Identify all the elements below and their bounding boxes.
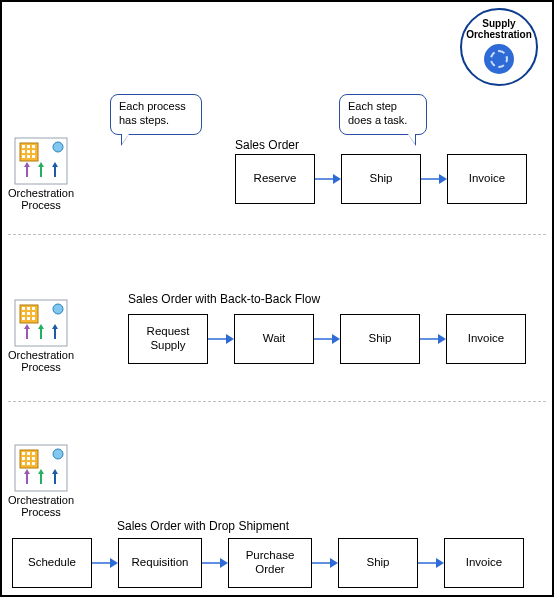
svg-rect-56 (32, 462, 35, 465)
svg-point-63 (53, 449, 63, 459)
svg-rect-50 (32, 452, 35, 455)
svg-marker-45 (438, 334, 446, 344)
step-request-supply: Request Supply (128, 314, 208, 364)
svg-rect-24 (22, 307, 25, 310)
orchestration-process-icon-2: OrchestrationProcess (8, 299, 74, 373)
arrow-icon (418, 557, 444, 569)
svg-rect-48 (22, 452, 25, 455)
step-invoice-1: Invoice (447, 154, 527, 204)
step-invoice-3: Invoice (444, 538, 524, 588)
svg-rect-25 (27, 307, 30, 310)
step-requisition: Requisition (118, 538, 202, 588)
flow-sales-order: Reserve Ship Invoice (235, 154, 527, 204)
supply-orchestration-label: Supply Orchestration (466, 18, 532, 40)
arrow-icon (202, 557, 228, 569)
supply-orchestration-badge: Supply Orchestration (460, 8, 538, 86)
orchestration-process-label-2: OrchestrationProcess (8, 349, 74, 373)
svg-marker-43 (332, 334, 340, 344)
svg-rect-10 (32, 155, 35, 158)
svg-point-17 (53, 142, 63, 152)
section-divider-1 (8, 234, 546, 235)
step-ship-1: Ship (341, 154, 421, 204)
svg-marker-21 (439, 174, 447, 184)
arrow-icon (420, 333, 446, 345)
svg-marker-71 (436, 558, 444, 568)
svg-marker-41 (226, 334, 234, 344)
diagram-canvas: Supply Orchestration Each process has st… (0, 0, 554, 597)
orchestration-process-icon-3: OrchestrationProcess (8, 444, 74, 518)
svg-rect-28 (27, 312, 30, 315)
svg-rect-6 (27, 150, 30, 153)
flow-b2b: Request Supply Wait Ship Invoice (128, 314, 526, 364)
svg-rect-5 (22, 150, 25, 153)
step-ship-3: Ship (338, 538, 418, 588)
arrow-icon (312, 557, 338, 569)
process-icon (14, 137, 68, 185)
orchestration-process-label-3: OrchestrationProcess (8, 494, 74, 518)
badge-line-1: Supply (466, 18, 532, 29)
supply-orchestration-ring-icon (490, 50, 508, 68)
b2b-title: Sales Order with Back-to-Back Flow (128, 292, 320, 306)
callout-process-has-steps: Each process has steps. (110, 94, 202, 135)
callout-step-does-task-text: Each step does a task. (348, 100, 407, 126)
section-divider-2 (8, 401, 546, 402)
step-invoice-2: Invoice (446, 314, 526, 364)
svg-rect-2 (22, 145, 25, 148)
op-label-text-2: OrchestrationProcess (8, 349, 74, 373)
svg-rect-49 (27, 452, 30, 455)
svg-marker-19 (333, 174, 341, 184)
arrow-icon (315, 173, 341, 185)
process-icon (14, 299, 68, 347)
svg-rect-54 (22, 462, 25, 465)
sales-order-title: Sales Order (235, 138, 299, 152)
step-reserve: Reserve (235, 154, 315, 204)
op-label-text-3: OrchestrationProcess (8, 494, 74, 518)
step-schedule: Schedule (12, 538, 92, 588)
svg-rect-52 (27, 457, 30, 460)
svg-rect-31 (27, 317, 30, 320)
svg-rect-8 (22, 155, 25, 158)
svg-marker-65 (110, 558, 118, 568)
step-ship-2: Ship (340, 314, 420, 364)
callout-step-does-task: Each step does a task. (339, 94, 427, 135)
svg-rect-30 (22, 317, 25, 320)
badge-line-2: Orchestration (466, 29, 532, 40)
svg-rect-27 (22, 312, 25, 315)
step-purchase-order: Purchase Order (228, 538, 312, 588)
svg-marker-67 (220, 558, 228, 568)
svg-marker-69 (330, 558, 338, 568)
svg-rect-3 (27, 145, 30, 148)
svg-point-39 (53, 304, 63, 314)
arrow-icon (92, 557, 118, 569)
callout-process-has-steps-text: Each process has steps. (119, 100, 186, 126)
arrow-icon (208, 333, 234, 345)
orchestration-process-icon-1: OrchestrationProcess (8, 137, 74, 211)
svg-rect-4 (32, 145, 35, 148)
step-wait: Wait (234, 314, 314, 364)
svg-rect-51 (22, 457, 25, 460)
svg-rect-55 (27, 462, 30, 465)
flow-drop: Schedule Requisition Purchase Order Ship… (12, 538, 524, 588)
svg-rect-9 (27, 155, 30, 158)
op-label-text-1: OrchestrationProcess (8, 187, 74, 211)
orchestration-process-label-1: OrchestrationProcess (8, 187, 74, 211)
supply-orchestration-icon (484, 44, 514, 74)
svg-rect-53 (32, 457, 35, 460)
svg-rect-29 (32, 312, 35, 315)
svg-rect-32 (32, 317, 35, 320)
arrow-icon (421, 173, 447, 185)
svg-rect-7 (32, 150, 35, 153)
arrow-icon (314, 333, 340, 345)
drop-title: Sales Order with Drop Shipment (117, 519, 289, 533)
svg-rect-26 (32, 307, 35, 310)
process-icon (14, 444, 68, 492)
